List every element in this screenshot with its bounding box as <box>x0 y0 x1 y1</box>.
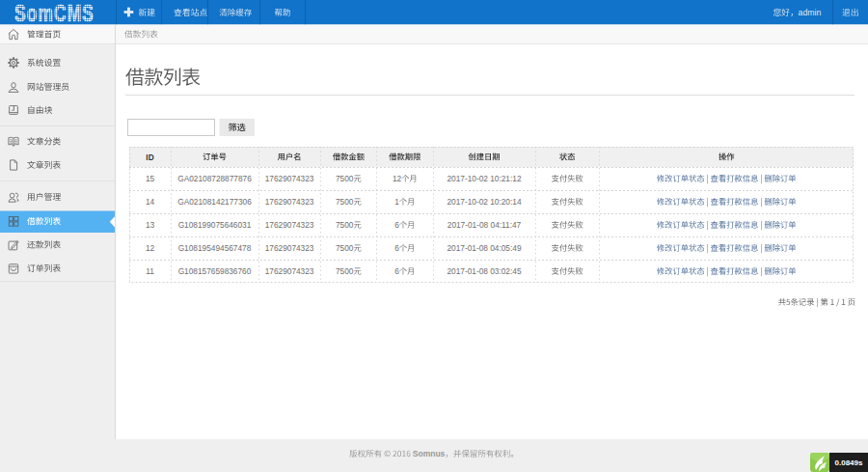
svg-text:1: 1 <box>394 197 399 207</box>
svg-text:0.0849s: 0.0849s <box>835 458 863 467</box>
svg-text:14: 14 <box>146 197 155 207</box>
svg-text:17629074323: 17629074323 <box>265 266 314 276</box>
svg-text:7500: 7500 <box>336 197 354 207</box>
svg-text:17629074323: 17629074323 <box>265 197 314 207</box>
svg-text:6: 6 <box>394 266 399 276</box>
svg-text:17629074323: 17629074323 <box>265 174 314 183</box>
svg-text:11: 11 <box>146 266 154 276</box>
svg-text:Somnus: Somnus <box>413 449 446 458</box>
svg-text:17629074323: 17629074323 <box>265 220 314 230</box>
svg-text:6: 6 <box>394 220 399 230</box>
svg-text:13: 13 <box>146 220 155 230</box>
svg-text:ID: ID <box>146 153 153 162</box>
svg-text:G108195494567478: G108195494567478 <box>178 243 252 253</box>
svg-text:G108157659836760: G108157659836760 <box>178 266 252 276</box>
svg-text:6: 6 <box>394 243 399 253</box>
svg-text:G108199075646031: G108199075646031 <box>178 220 252 230</box>
svg-text:2017-01-08 04:11:47: 2017-01-08 04:11:47 <box>448 220 522 230</box>
svg-text:12: 12 <box>146 243 155 253</box>
svg-text:2017-10-02 10:20:14: 2017-10-02 10:20:14 <box>447 197 521 207</box>
svg-text:2017-01-08 03:02:45: 2017-01-08 03:02:45 <box>447 266 521 276</box>
svg-text:7500: 7500 <box>336 174 354 183</box>
svg-text:2017-10-02 10:21:12: 2017-10-02 10:21:12 <box>447 174 521 183</box>
svg-text:2017-01-08 04:05:49: 2017-01-08 04:05:49 <box>447 243 521 253</box>
svg-text:17629074323: 17629074323 <box>265 243 314 253</box>
svg-text:7500: 7500 <box>336 266 354 276</box>
svg-text:7500: 7500 <box>336 220 354 230</box>
svg-text:GA02108728877876: GA02108728877876 <box>177 174 252 183</box>
svg-text:7500: 7500 <box>336 243 354 253</box>
svg-text:SomCMS: SomCMS <box>14 0 95 27</box>
svg-text:12: 12 <box>393 174 402 183</box>
svg-text:admin: admin <box>799 8 822 17</box>
svg-text:15: 15 <box>146 174 155 183</box>
svg-text:GA02108142177306: GA02108142177306 <box>177 197 252 207</box>
